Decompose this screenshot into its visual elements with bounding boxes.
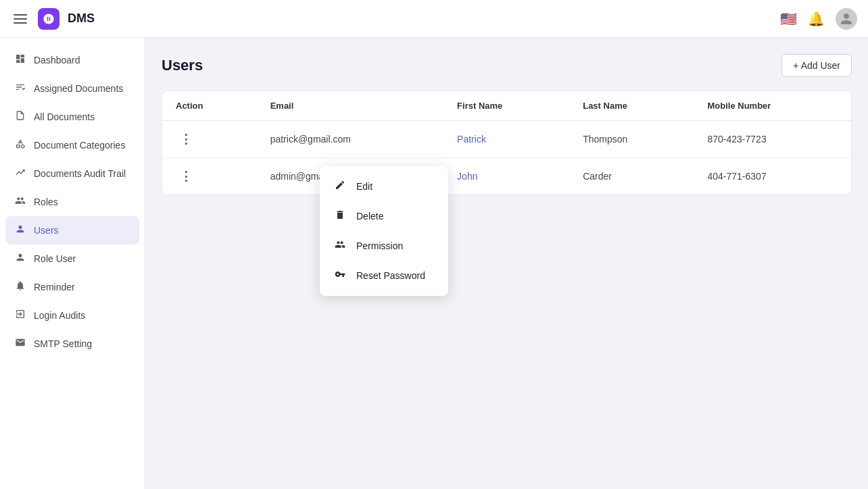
users-table: Action Email First Name Last Name Mobile…: [162, 91, 851, 195]
page-header: Users + Add User: [162, 54, 852, 77]
app-title: DMS: [68, 11, 95, 26]
users-icon: [14, 224, 27, 237]
menu-item-edit[interactable]: Edit: [320, 172, 448, 201]
sidebar-label-reminder: Reminder: [34, 282, 75, 292]
category-icon: [14, 138, 27, 152]
menu-label-reset-password: Reset Password: [356, 270, 425, 281]
sidebar-item-audit-trail[interactable]: Documents Audit Trail: [0, 159, 145, 188]
col-first-name: First Name: [443, 91, 569, 121]
permission-icon: [333, 239, 347, 253]
edit-icon: [333, 180, 347, 193]
email-cell-1: patrick@gmail.com: [257, 121, 443, 158]
delete-icon: [333, 209, 347, 223]
sidebar-item-assigned-documents[interactable]: Assigned Documents: [0, 74, 145, 103]
sidebar-item-login-audits[interactable]: Login Audits: [0, 301, 145, 330]
login-icon: [14, 309, 27, 322]
menu-label-permission: Permission: [356, 240, 403, 251]
header: DMS 🇺🇸 🔔: [0, 0, 868, 38]
header-left: DMS: [11, 8, 95, 30]
first-name-cell-1[interactable]: Patrick: [443, 121, 569, 158]
bell-icon[interactable]: 🔔: [808, 11, 825, 27]
menu-item-permission[interactable]: Permission: [320, 231, 448, 261]
menu-item-reset-password[interactable]: Reset Password: [320, 261, 448, 290]
sidebar-label-login-audits: Login Audits: [34, 310, 85, 321]
context-menu: Edit Delete Permission Reset Password: [320, 166, 448, 296]
key-icon: [333, 269, 347, 282]
audit-icon: [14, 167, 27, 180]
sidebar-item-smtp[interactable]: SMTP Setting: [0, 330, 145, 358]
sidebar-label-role-user: Role User: [34, 253, 76, 264]
col-mobile: Mobile Number: [694, 91, 851, 121]
docs-icon: [14, 110, 27, 124]
action-cell-1: ⋮: [162, 121, 257, 158]
sidebar-label-roles: Roles: [34, 197, 58, 207]
reminder-icon: [14, 280, 27, 294]
add-user-button[interactable]: + Add User: [781, 54, 852, 77]
sidebar-label-users: Users: [34, 225, 59, 236]
sidebar-item-reminder[interactable]: Reminder: [0, 273, 145, 301]
avatar[interactable]: [836, 8, 857, 30]
assigned-icon: [14, 82, 27, 95]
col-action: Action: [162, 91, 257, 121]
sidebar-label-all-docs: All Documents: [34, 111, 95, 122]
header-right: 🇺🇸 🔔: [780, 8, 857, 30]
mobile-cell-2: 404-771-6307: [694, 158, 851, 195]
sidebar-label-audit: Documents Audit Trail: [34, 168, 126, 179]
action-menu-btn-1[interactable]: ⋮: [176, 130, 197, 148]
sidebar-item-dashboard[interactable]: Dashboard: [0, 46, 145, 74]
main-content: Users + Add User Action Email First Name…: [145, 38, 868, 489]
page-title: Users: [162, 57, 203, 74]
table-row: ⋮ patrick@gmail.com Patrick Thompson 870…: [162, 121, 851, 158]
menu-label-delete: Delete: [356, 211, 383, 222]
users-table-container: Action Email First Name Last Name Mobile…: [162, 91, 852, 195]
table-header-row: Action Email First Name Last Name Mobile…: [162, 91, 851, 121]
sidebar-item-users[interactable]: Users: [5, 216, 139, 244]
sidebar: Dashboard Assigned Documents All Documen…: [0, 38, 145, 489]
first-name-cell-2[interactable]: John: [443, 158, 569, 195]
smtp-icon: [14, 337, 27, 351]
sidebar-label-dashboard: Dashboard: [34, 55, 80, 66]
mobile-cell-1: 870-423-7723: [694, 121, 851, 158]
role-user-icon: [14, 252, 27, 265]
last-name-cell-1: Thompson: [569, 121, 694, 158]
sidebar-item-all-documents[interactable]: All Documents: [0, 103, 145, 131]
table-row: ⋮ admin@gmail.com John Carder 404-771-63…: [162, 158, 851, 195]
col-last-name: Last Name: [569, 91, 694, 121]
menu-item-delete[interactable]: Delete: [320, 201, 448, 231]
action-cell-2: ⋮: [162, 158, 257, 195]
layout: Dashboard Assigned Documents All Documen…: [0, 38, 868, 489]
hamburger-menu[interactable]: [11, 11, 30, 26]
sidebar-label-smtp: SMTP Setting: [34, 338, 92, 349]
flag-icon: 🇺🇸: [780, 11, 797, 27]
logo-icon: [38, 8, 59, 30]
action-menu-btn-2[interactable]: ⋮: [176, 168, 197, 185]
sidebar-label-categories: Document Categories: [34, 140, 125, 151]
sidebar-item-roles[interactable]: Roles: [0, 188, 145, 216]
roles-icon: [14, 195, 27, 209]
dashboard-icon: [14, 53, 27, 67]
sidebar-item-role-user[interactable]: Role User: [0, 244, 145, 273]
sidebar-label-assigned: Assigned Documents: [34, 83, 123, 94]
sidebar-item-document-categories[interactable]: Document Categories: [0, 131, 145, 159]
col-email: Email: [257, 91, 443, 121]
menu-label-edit: Edit: [356, 181, 372, 192]
last-name-cell-2: Carder: [569, 158, 694, 195]
